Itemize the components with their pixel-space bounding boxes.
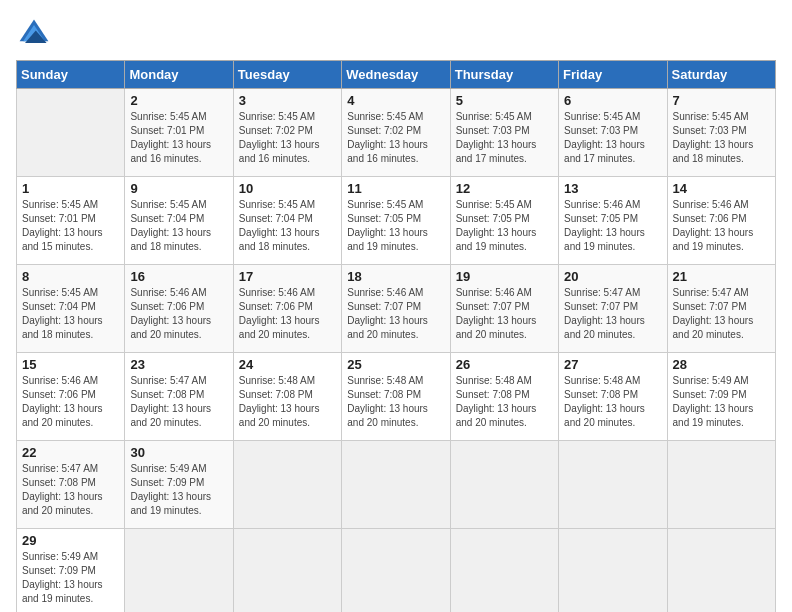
header-sunday: Sunday: [17, 61, 125, 89]
day-info: Sunrise: 5:46 AMSunset: 7:07 PMDaylight:…: [456, 286, 553, 342]
calendar-cell: 27Sunrise: 5:48 AMSunset: 7:08 PMDayligh…: [559, 353, 667, 441]
calendar-cell: [17, 89, 125, 177]
calendar-cell: 4Sunrise: 5:45 AMSunset: 7:02 PMDaylight…: [342, 89, 450, 177]
day-info: Sunrise: 5:49 AMSunset: 7:09 PMDaylight:…: [130, 462, 227, 518]
day-number: 18: [347, 269, 444, 284]
calendar-cell: 5Sunrise: 5:45 AMSunset: 7:03 PMDaylight…: [450, 89, 558, 177]
day-number: 30: [130, 445, 227, 460]
day-info: Sunrise: 5:46 AMSunset: 7:06 PMDaylight:…: [130, 286, 227, 342]
day-info: Sunrise: 5:48 AMSunset: 7:08 PMDaylight:…: [239, 374, 336, 430]
calendar-cell: [667, 529, 775, 613]
day-number: 25: [347, 357, 444, 372]
day-info: Sunrise: 5:47 AMSunset: 7:07 PMDaylight:…: [564, 286, 661, 342]
day-info: Sunrise: 5:46 AMSunset: 7:06 PMDaylight:…: [22, 374, 119, 430]
day-number: 2: [130, 93, 227, 108]
day-info: Sunrise: 5:45 AMSunset: 7:05 PMDaylight:…: [456, 198, 553, 254]
calendar-cell: 10Sunrise: 5:45 AMSunset: 7:04 PMDayligh…: [233, 177, 341, 265]
calendar-cell: 9Sunrise: 5:45 AMSunset: 7:04 PMDaylight…: [125, 177, 233, 265]
calendar-cell: 1Sunrise: 5:45 AMSunset: 7:01 PMDaylight…: [17, 177, 125, 265]
day-number: 29: [22, 533, 119, 548]
calendar-cell: 13Sunrise: 5:46 AMSunset: 7:05 PMDayligh…: [559, 177, 667, 265]
logo: [16, 16, 56, 52]
calendar-cell: [342, 529, 450, 613]
header-friday: Friday: [559, 61, 667, 89]
calendar-week-5: 29Sunrise: 5:49 AMSunset: 7:09 PMDayligh…: [17, 529, 776, 613]
page-header: [16, 16, 776, 52]
calendar-cell: 19Sunrise: 5:46 AMSunset: 7:07 PMDayligh…: [450, 265, 558, 353]
calendar-cell: [559, 441, 667, 529]
calendar-week-0: 2Sunrise: 5:45 AMSunset: 7:01 PMDaylight…: [17, 89, 776, 177]
calendar-header-row: SundayMondayTuesdayWednesdayThursdayFrid…: [17, 61, 776, 89]
day-number: 16: [130, 269, 227, 284]
day-number: 15: [22, 357, 119, 372]
day-number: 6: [564, 93, 661, 108]
calendar-cell: 23Sunrise: 5:47 AMSunset: 7:08 PMDayligh…: [125, 353, 233, 441]
day-info: Sunrise: 5:45 AMSunset: 7:05 PMDaylight:…: [347, 198, 444, 254]
day-info: Sunrise: 5:45 AMSunset: 7:02 PMDaylight:…: [347, 110, 444, 166]
day-number: 11: [347, 181, 444, 196]
calendar-cell: [233, 529, 341, 613]
calendar-cell: 6Sunrise: 5:45 AMSunset: 7:03 PMDaylight…: [559, 89, 667, 177]
calendar-cell: [342, 441, 450, 529]
calendar-cell: [450, 441, 558, 529]
day-info: Sunrise: 5:47 AMSunset: 7:07 PMDaylight:…: [673, 286, 770, 342]
calendar-cell: 8Sunrise: 5:45 AMSunset: 7:04 PMDaylight…: [17, 265, 125, 353]
day-info: Sunrise: 5:46 AMSunset: 7:07 PMDaylight:…: [347, 286, 444, 342]
day-number: 4: [347, 93, 444, 108]
day-number: 3: [239, 93, 336, 108]
day-info: Sunrise: 5:45 AMSunset: 7:01 PMDaylight:…: [22, 198, 119, 254]
day-info: Sunrise: 5:45 AMSunset: 7:02 PMDaylight:…: [239, 110, 336, 166]
day-number: 8: [22, 269, 119, 284]
day-number: 21: [673, 269, 770, 284]
calendar-cell: 21Sunrise: 5:47 AMSunset: 7:07 PMDayligh…: [667, 265, 775, 353]
calendar-cell: 28Sunrise: 5:49 AMSunset: 7:09 PMDayligh…: [667, 353, 775, 441]
calendar-cell: [559, 529, 667, 613]
day-info: Sunrise: 5:45 AMSunset: 7:04 PMDaylight:…: [22, 286, 119, 342]
day-info: Sunrise: 5:46 AMSunset: 7:06 PMDaylight:…: [239, 286, 336, 342]
day-number: 27: [564, 357, 661, 372]
day-number: 10: [239, 181, 336, 196]
day-number: 13: [564, 181, 661, 196]
day-info: Sunrise: 5:46 AMSunset: 7:06 PMDaylight:…: [673, 198, 770, 254]
day-number: 22: [22, 445, 119, 460]
day-info: Sunrise: 5:45 AMSunset: 7:03 PMDaylight:…: [673, 110, 770, 166]
day-number: 17: [239, 269, 336, 284]
calendar-cell: [450, 529, 558, 613]
calendar-cell: 24Sunrise: 5:48 AMSunset: 7:08 PMDayligh…: [233, 353, 341, 441]
header-monday: Monday: [125, 61, 233, 89]
day-info: Sunrise: 5:47 AMSunset: 7:08 PMDaylight:…: [130, 374, 227, 430]
header-thursday: Thursday: [450, 61, 558, 89]
calendar-cell: 16Sunrise: 5:46 AMSunset: 7:06 PMDayligh…: [125, 265, 233, 353]
header-saturday: Saturday: [667, 61, 775, 89]
calendar-cell: [233, 441, 341, 529]
day-number: 5: [456, 93, 553, 108]
day-info: Sunrise: 5:48 AMSunset: 7:08 PMDaylight:…: [347, 374, 444, 430]
calendar-cell: [667, 441, 775, 529]
calendar-week-2: 8Sunrise: 5:45 AMSunset: 7:04 PMDaylight…: [17, 265, 776, 353]
day-number: 28: [673, 357, 770, 372]
day-info: Sunrise: 5:48 AMSunset: 7:08 PMDaylight:…: [456, 374, 553, 430]
calendar-cell: 15Sunrise: 5:46 AMSunset: 7:06 PMDayligh…: [17, 353, 125, 441]
day-info: Sunrise: 5:45 AMSunset: 7:03 PMDaylight:…: [564, 110, 661, 166]
calendar-cell: 14Sunrise: 5:46 AMSunset: 7:06 PMDayligh…: [667, 177, 775, 265]
calendar-cell: 26Sunrise: 5:48 AMSunset: 7:08 PMDayligh…: [450, 353, 558, 441]
calendar-week-1: 1Sunrise: 5:45 AMSunset: 7:01 PMDaylight…: [17, 177, 776, 265]
calendar-cell: 12Sunrise: 5:45 AMSunset: 7:05 PMDayligh…: [450, 177, 558, 265]
day-info: Sunrise: 5:46 AMSunset: 7:05 PMDaylight:…: [564, 198, 661, 254]
calendar-week-3: 15Sunrise: 5:46 AMSunset: 7:06 PMDayligh…: [17, 353, 776, 441]
day-info: Sunrise: 5:45 AMSunset: 7:01 PMDaylight:…: [130, 110, 227, 166]
day-number: 24: [239, 357, 336, 372]
day-number: 7: [673, 93, 770, 108]
day-number: 12: [456, 181, 553, 196]
day-info: Sunrise: 5:49 AMSunset: 7:09 PMDaylight:…: [673, 374, 770, 430]
day-info: Sunrise: 5:45 AMSunset: 7:04 PMDaylight:…: [239, 198, 336, 254]
calendar-week-4: 22Sunrise: 5:47 AMSunset: 7:08 PMDayligh…: [17, 441, 776, 529]
calendar-cell: 29Sunrise: 5:49 AMSunset: 7:09 PMDayligh…: [17, 529, 125, 613]
calendar-body: 2Sunrise: 5:45 AMSunset: 7:01 PMDaylight…: [17, 89, 776, 613]
header-tuesday: Tuesday: [233, 61, 341, 89]
calendar-table: SundayMondayTuesdayWednesdayThursdayFrid…: [16, 60, 776, 612]
day-info: Sunrise: 5:47 AMSunset: 7:08 PMDaylight:…: [22, 462, 119, 518]
calendar-cell: 18Sunrise: 5:46 AMSunset: 7:07 PMDayligh…: [342, 265, 450, 353]
calendar-cell: 20Sunrise: 5:47 AMSunset: 7:07 PMDayligh…: [559, 265, 667, 353]
calendar-cell: 30Sunrise: 5:49 AMSunset: 7:09 PMDayligh…: [125, 441, 233, 529]
